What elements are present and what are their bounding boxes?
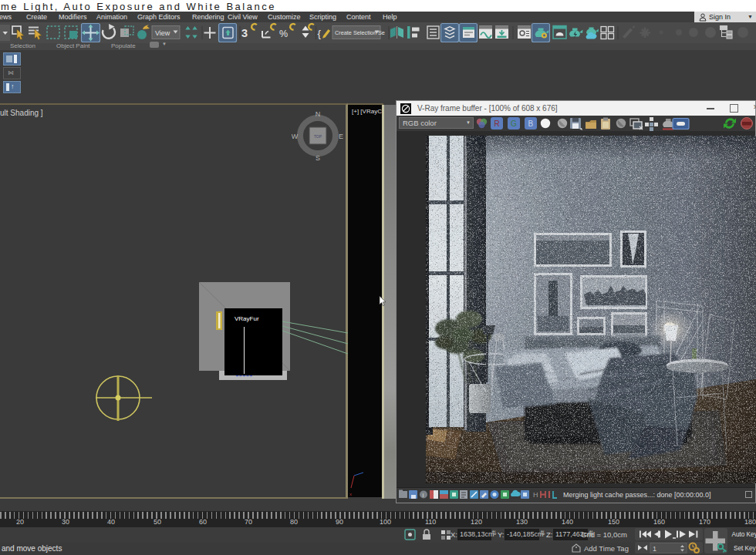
svg-text:i: i [423,492,424,499]
svg-text:{: { [318,28,322,39]
svg-text:R: R [494,119,500,128]
svg-text:Set Key: Set Key [734,545,756,552]
svg-text:Auto Key: Auto Key [732,531,756,538]
svg-text:x: x [349,492,352,496]
svg-text:%: % [279,29,288,39]
svg-text:H: H [533,491,538,499]
svg-text:B: B [528,119,534,128]
svg-text:E: E [339,133,343,140]
svg-text:3: 3 [241,27,248,39]
svg-text:VRayFur: VRayFur [235,315,259,322]
svg-text:1: 1 [653,545,656,553]
svg-text:S: S [316,154,320,160]
svg-text:W: W [292,133,299,140]
svg-text:TOP: TOP [314,134,322,139]
svg-text:N: N [316,110,321,118]
svg-text:View: View [155,29,170,37]
svg-text:G: G [511,119,517,128]
